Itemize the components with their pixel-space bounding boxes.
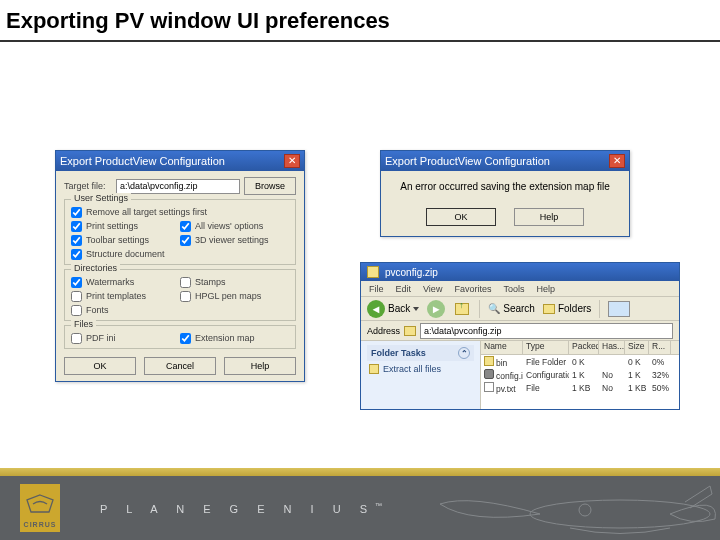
- shield-icon: [25, 489, 55, 519]
- chk-extmap[interactable]: Extension map: [180, 331, 289, 345]
- chk-toolbar[interactable]: Toolbar settings: [71, 233, 180, 247]
- plane-sketch: [420, 484, 720, 540]
- target-input[interactable]: [116, 179, 240, 194]
- export-dialog: Export ProductView Configuration ✕ Targe…: [55, 150, 305, 382]
- col-ratio[interactable]: R...: [649, 341, 671, 354]
- close-icon[interactable]: ✕: [609, 154, 625, 168]
- footer-dark: CIRRUS P L A N E G E N I U S™: [0, 476, 720, 540]
- explorer-menubar: File Edit View Favorites Tools Help: [361, 281, 679, 297]
- export-titlebar: Export ProductView Configuration ✕: [56, 151, 304, 171]
- title-underline: [0, 40, 720, 42]
- chk-3dviewer[interactable]: 3D viewer settings: [180, 233, 289, 247]
- folders-button[interactable]: Folders: [543, 303, 591, 314]
- explorer-window: pvconfig.zip File Edit View Favorites To…: [360, 262, 680, 410]
- address-input[interactable]: [420, 323, 673, 339]
- group-title-user: User Settings: [71, 193, 131, 203]
- menu-view[interactable]: View: [423, 284, 442, 294]
- svg-point-1: [579, 504, 591, 516]
- up-button[interactable]: ↑: [453, 300, 471, 318]
- chk-pdfini[interactable]: PDF ini: [71, 331, 180, 345]
- close-icon[interactable]: ✕: [284, 154, 300, 168]
- ok-button[interactable]: OK: [64, 357, 136, 375]
- list-item[interactable]: bin File Folder 0 K 0 K 0%: [481, 355, 679, 368]
- search-icon: 🔍: [488, 303, 500, 314]
- col-has[interactable]: Has...: [599, 341, 625, 354]
- error-ok-button[interactable]: OK: [426, 208, 496, 226]
- svg-point-0: [530, 500, 710, 528]
- group-user-settings: User Settings Remove all target settings…: [64, 199, 296, 265]
- chk-watermarks[interactable]: Watermarks: [71, 275, 180, 289]
- browse-button[interactable]: Browse: [244, 177, 296, 195]
- file-icon: [484, 382, 494, 392]
- error-help-button[interactable]: Help: [514, 208, 584, 226]
- extract-all-link[interactable]: Extract all files: [367, 361, 474, 377]
- error-titlebar: Export ProductView Configuration ✕: [381, 151, 629, 171]
- chk-allviews[interactable]: All views' options: [180, 219, 289, 233]
- error-title-text: Export ProductView Configuration: [385, 155, 550, 167]
- menu-file[interactable]: File: [369, 284, 384, 294]
- col-type[interactable]: Type: [523, 341, 569, 354]
- list-item[interactable]: config.ini Configuration... 1 K No 1 K 3…: [481, 368, 679, 381]
- error-dialog: Export ProductView Configuration ✕ An er…: [380, 150, 630, 237]
- chk-hpgl[interactable]: HPGL pen maps: [180, 289, 289, 303]
- folder-icon: [484, 356, 494, 366]
- menu-edit[interactable]: Edit: [396, 284, 412, 294]
- gear-icon: [484, 369, 494, 379]
- page-title: Exporting PV window UI preferences: [0, 0, 720, 34]
- col-name[interactable]: Name: [481, 341, 523, 354]
- back-icon: ◄: [367, 300, 385, 318]
- col-packed[interactable]: Packed...: [569, 341, 599, 354]
- address-bar: Address: [361, 321, 679, 341]
- target-label: Target file:: [64, 181, 112, 191]
- error-message: An error occurred saving the extension m…: [381, 171, 629, 202]
- folders-icon: [543, 304, 555, 314]
- collapse-icon: ⌃: [458, 347, 470, 359]
- back-button[interactable]: ◄ Back: [367, 300, 419, 318]
- explorer-toolbar: ◄ Back ► ↑ 🔍Search Folders: [361, 297, 679, 321]
- list-header: Name Type Packed... Has... Size R...: [481, 341, 679, 355]
- search-button[interactable]: 🔍Search: [488, 303, 535, 314]
- brand-text: P L A N E G E N I U S™: [100, 502, 382, 515]
- group-files: Files PDF ini Extension map: [64, 325, 296, 349]
- cancel-button[interactable]: Cancel: [144, 357, 216, 375]
- group-title-files: Files: [71, 319, 96, 329]
- export-title-text: Export ProductView Configuration: [60, 155, 225, 167]
- menu-tools[interactable]: Tools: [503, 284, 524, 294]
- footer: CIRRUS P L A N E G E N I U S™: [0, 468, 720, 540]
- col-size[interactable]: Size: [625, 341, 649, 354]
- chk-fonts[interactable]: Fonts: [71, 303, 180, 317]
- explorer-side-panel: Folder Tasks ⌃ Extract all files: [361, 341, 481, 409]
- group-directories: Directories Watermarks Stamps Print temp…: [64, 269, 296, 321]
- list-item[interactable]: pv.txt File 1 KB No 1 KB 50%: [481, 381, 679, 394]
- address-label: Address: [367, 326, 400, 336]
- chk-printtpl[interactable]: Print templates: [71, 289, 180, 303]
- cirrus-logo: CIRRUS: [20, 484, 60, 532]
- explorer-titlebar: pvconfig.zip: [361, 263, 679, 281]
- side-header[interactable]: Folder Tasks ⌃: [367, 345, 474, 361]
- help-button[interactable]: Help: [224, 357, 296, 375]
- forward-button[interactable]: ►: [427, 300, 445, 318]
- file-list: Name Type Packed... Has... Size R... bin…: [481, 341, 679, 409]
- menu-help[interactable]: Help: [536, 284, 555, 294]
- explorer-title-text: pvconfig.zip: [385, 267, 438, 278]
- group-title-dir: Directories: [71, 263, 120, 273]
- folder-up-icon: ↑: [455, 303, 469, 315]
- chk-remove-all[interactable]: Remove all target settings first: [71, 205, 289, 219]
- zip-icon: [367, 266, 379, 278]
- chk-remove-all-label: Remove all target settings first: [86, 207, 207, 217]
- folder-icon: [404, 326, 416, 336]
- extract-icon: [369, 364, 379, 374]
- chk-structure[interactable]: Structure document: [71, 247, 180, 261]
- chk-stamps[interactable]: Stamps: [180, 275, 289, 289]
- footer-gold-band: [0, 468, 720, 476]
- chk-print[interactable]: Print settings: [71, 219, 180, 233]
- views-button[interactable]: [608, 301, 630, 317]
- chevron-down-icon: [413, 307, 419, 311]
- menu-favorites[interactable]: Favorites: [454, 284, 491, 294]
